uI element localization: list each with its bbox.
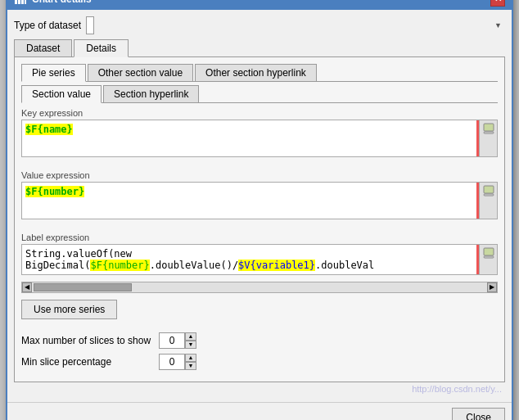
- max-slices-input[interactable]: [159, 332, 185, 349]
- label-expression-content: String.valueOf(new BigDecimal($F{number}…: [22, 245, 476, 274]
- max-slices-spinner: ▲ ▼: [159, 332, 196, 349]
- window-close-button[interactable]: ✕: [490, 0, 505, 7]
- dialog-body: Type of dataset Dataset Details Pie seri…: [7, 10, 512, 402]
- label-expression-value: String.valueOf(new BigDecimal($F{number}…: [25, 248, 374, 271]
- bottom-bar: Close: [7, 402, 512, 421]
- type-label: Type of dataset: [14, 20, 81, 31]
- min-slice-label: Min slice percentage: [21, 356, 152, 368]
- inner-tabs: Section value Section hyperlink: [21, 85, 498, 103]
- browse-icon3: [483, 247, 494, 259]
- tab-content: Pie series Other section value Other sec…: [14, 57, 505, 382]
- svg-rect-7: [484, 194, 494, 196]
- key-expression-browse-button[interactable]: [479, 120, 497, 156]
- use-more-series-button[interactable]: Use more series: [21, 300, 117, 319]
- inner-tab-section-value[interactable]: Section value: [21, 85, 102, 103]
- scroll-left-button[interactable]: ◀: [22, 282, 32, 292]
- max-slices-increment-button[interactable]: ▲: [185, 332, 196, 341]
- svg-rect-3: [25, 0, 26, 4]
- scroll-thumb[interactable]: [34, 283, 132, 291]
- value-expression-section: Value expression $F{number}: [21, 170, 498, 226]
- sub-tab-other-section-hyperlink[interactable]: Other section hyperlink: [195, 64, 317, 81]
- sub-tabs: Pie series Other section value Other sec…: [21, 64, 498, 82]
- label-expression-section: Label expression String.valueOf(new BigD…: [21, 233, 498, 275]
- svg-rect-2: [21, 0, 24, 4]
- min-slice-input[interactable]: [159, 354, 185, 370]
- browse-icon2: [483, 185, 494, 196]
- type-select-wrapper: [86, 16, 505, 34]
- value-expression-box: $F{number}: [21, 182, 498, 219]
- chart-icon: [14, 0, 27, 6]
- svg-rect-4: [484, 124, 494, 131]
- max-slices-row: Max number of slices to show ▲ ▼: [21, 332, 498, 349]
- key-expression-label: Key expression: [21, 108, 498, 118]
- tab-dataset[interactable]: Dataset: [14, 39, 72, 56]
- label-expression-browse-button[interactable]: [479, 245, 497, 274]
- value-expression-browse-button[interactable]: [479, 183, 497, 219]
- svg-rect-0: [15, 0, 17, 4]
- min-slice-row: Min slice percentage ▲ ▼: [21, 354, 498, 370]
- min-slice-spinner: ▲ ▼: [159, 354, 196, 370]
- horizontal-scrollbar[interactable]: ◀ ▶: [21, 282, 498, 293]
- sub-tab-other-section-value[interactable]: Other section value: [88, 64, 193, 81]
- dataset-type-row: Type of dataset: [14, 16, 505, 34]
- dialog-title: Chart details: [32, 0, 92, 5]
- tab-details[interactable]: Details: [74, 39, 129, 57]
- watermark: http://blog.csdn.net/y...: [14, 382, 505, 395]
- svg-rect-9: [484, 256, 494, 258]
- close-dialog-button[interactable]: Close: [452, 408, 505, 421]
- sub-tab-pie-series[interactable]: Pie series: [21, 64, 86, 82]
- svg-rect-6: [484, 186, 494, 193]
- scroll-right-button[interactable]: ▶: [487, 282, 497, 292]
- chart-details-dialog: Chart details ✕ Type of dataset Dataset …: [6, 0, 513, 420]
- max-slices-decrement-button[interactable]: ▼: [185, 341, 196, 349]
- value-expression-content: $F{number}: [22, 183, 476, 219]
- svg-rect-1: [18, 0, 20, 4]
- type-select[interactable]: [86, 16, 94, 34]
- title-bar: Chart details ✕: [7, 0, 512, 10]
- min-slice-decrement-button[interactable]: ▼: [185, 362, 196, 370]
- label-expression-label: Label expression: [21, 233, 498, 242]
- svg-rect-5: [484, 132, 494, 133]
- inner-tab-section-hyperlink[interactable]: Section hyperlink: [103, 85, 199, 102]
- key-expression-content: $F{name}: [22, 120, 476, 156]
- key-expression-box: $F{name}: [21, 120, 498, 157]
- main-tabs: Dataset Details: [14, 39, 505, 57]
- value-expression-label: Value expression: [21, 170, 498, 180]
- min-slice-increment-button[interactable]: ▲: [185, 354, 196, 362]
- key-expression-section: Key expression $F{name}: [21, 108, 498, 164]
- label-expression-box: String.valueOf(new BigDecimal($F{number}…: [21, 244, 498, 275]
- max-slices-label: Max number of slices to show: [21, 335, 152, 346]
- browse-icon: [483, 123, 494, 134]
- key-expression-value: $F{name}: [25, 124, 73, 135]
- value-expression-value: $F{number}: [25, 186, 84, 197]
- svg-rect-8: [484, 248, 494, 255]
